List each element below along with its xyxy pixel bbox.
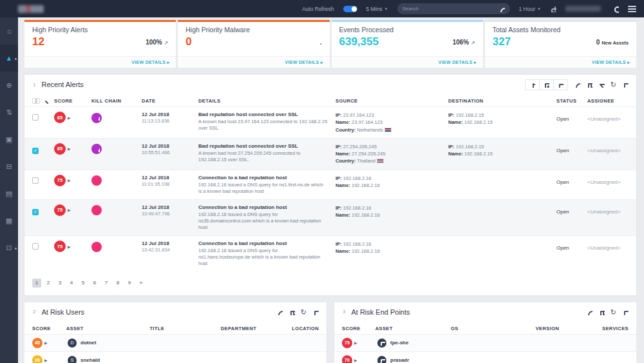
alert-title[interactable]: Connection to a bad reputation host (198, 204, 328, 210)
col-details[interactable]: DETAILS (198, 98, 336, 104)
auto-refresh-toggle[interactable] (343, 6, 357, 12)
refresh-icon[interactable]: ↻ (611, 81, 616, 88)
user-name[interactable]: dotnet (80, 340, 96, 346)
page-button[interactable]: 6 (90, 279, 99, 288)
page-button[interactable]: 9 (125, 279, 134, 288)
row-checkbox[interactable] (32, 177, 39, 184)
page-button[interactable]: 4 (67, 279, 76, 288)
page-button[interactable]: 1 (32, 279, 41, 288)
score-badge[interactable]: 85 (54, 112, 66, 123)
refresh-icon[interactable]: ↻ (301, 309, 307, 315)
endpoint-name[interactable]: tpe-she (390, 340, 408, 346)
view-details-link[interactable]: VIEW DETAILS ▸ (131, 60, 169, 65)
comment-icon[interactable] (554, 80, 567, 90)
lock-icon[interactable] (91, 144, 102, 154)
save-icon[interactable] (598, 309, 605, 315)
page-button[interactable]: 2 (44, 279, 53, 288)
assignee-text[interactable]: <Unassigned> (587, 245, 621, 251)
row-checkbox[interactable] (32, 209, 39, 215)
row-checkbox[interactable] (32, 243, 39, 250)
row-checkbox[interactable] (32, 114, 39, 121)
search-icon[interactable] (276, 309, 283, 315)
save-icon[interactable] (289, 309, 295, 315)
refresh-icon[interactable]: ↻ (611, 309, 616, 315)
alert-title[interactable]: Connection to a bad reputation host (198, 240, 328, 246)
search-icon[interactable] (498, 6, 505, 12)
alert-title[interactable]: Connection to a bad reputation host (198, 175, 328, 181)
sidebar-item-network[interactable]: ⊕ (0, 72, 18, 99)
col-department[interactable]: DEPARTMENT (221, 326, 292, 331)
col-title[interactable]: TITLE (149, 326, 220, 331)
row-checkbox[interactable] (32, 148, 39, 154)
sidebar-item-reports[interactable]: ▤ (0, 180, 18, 207)
sidebar-item-activity[interactable]: ⇅ (0, 99, 18, 126)
col-date[interactable]: DATE (142, 98, 198, 104)
chain-icon[interactable] (91, 205, 102, 215)
col-version[interactable]: VERSION (536, 326, 602, 331)
expand-icon[interactable] (312, 309, 319, 315)
col-score[interactable]: SCORE (32, 326, 66, 331)
sidebar-item-alerts[interactable]: ▲ (0, 44, 18, 72)
refresh-interval-dropdown[interactable]: 5 Mins ▼ (366, 6, 388, 12)
score-badge[interactable]: 75 (54, 204, 66, 216)
search-icon[interactable] (574, 81, 580, 88)
time-range-dropdown[interactable]: 1 Hour ▼ (519, 6, 541, 12)
col-os[interactable]: OS (451, 326, 536, 331)
sidebar-item-endpoints[interactable]: ⊟ (0, 153, 18, 180)
col-assignee[interactable]: ASSIGNEE (587, 98, 629, 104)
page-button[interactable]: 3 (55, 279, 64, 288)
flag-icon[interactable] (526, 80, 540, 90)
user-avatar-icon[interactable] (610, 5, 619, 14)
score-badge[interactable]: 26 (32, 355, 43, 363)
col-destination[interactable]: DESTINATION (448, 98, 556, 104)
col-source[interactable]: SOURCE (336, 98, 448, 104)
expand-icon[interactable] (622, 309, 629, 315)
save-icon[interactable] (586, 81, 592, 88)
page-next-button[interactable]: » (137, 279, 146, 288)
score-badge[interactable]: 75 (54, 240, 66, 252)
col-location[interactable]: LOCATION (292, 326, 319, 331)
calendar-icon[interactable] (550, 6, 556, 12)
col-kill-chain[interactable]: KILL CHAIN (91, 98, 142, 104)
col-asset[interactable]: ASSET (66, 326, 150, 331)
col-score[interactable]: SCORE (342, 326, 375, 331)
search-box[interactable] (397, 3, 510, 14)
score-badge[interactable]: 45 (32, 338, 43, 348)
user-name[interactable]: snehald (80, 357, 100, 363)
sidebar-item-home[interactable]: ⌂ (0, 17, 18, 44)
assignee-text[interactable]: <Unassigned> (587, 179, 621, 185)
score-badge[interactable]: 85 (54, 143, 66, 155)
gear-icon[interactable] (43, 98, 48, 104)
score-badge[interactable]: 70 (342, 355, 352, 363)
alert-title[interactable]: Bad reputation host connected over SSL (198, 112, 328, 117)
assignee-text[interactable]: <Unassigned> (587, 209, 621, 215)
chain-icon[interactable] (91, 242, 102, 252)
search-icon[interactable] (586, 309, 592, 315)
page-button[interactable]: 8 (113, 279, 122, 288)
sidebar-item-media[interactable]: ▣ (0, 126, 18, 153)
chain-icon[interactable] (91, 175, 102, 186)
filter-icon[interactable] (598, 81, 605, 88)
col-status[interactable]: STATUS (556, 98, 587, 104)
expand-icon[interactable] (622, 81, 629, 88)
page-button[interactable]: 5 (79, 279, 88, 288)
view-details-link[interactable]: VIEW DETAILS ▸ (592, 60, 630, 65)
tag-icon[interactable] (540, 80, 554, 90)
sidebar-item-exit[interactable]: ⊡ (0, 234, 18, 261)
menu-icon[interactable] (628, 6, 636, 12)
score-badge[interactable]: 75 (54, 175, 66, 186)
col-asset[interactable]: ASSET (375, 326, 451, 331)
col-score[interactable]: SCORE (54, 98, 91, 104)
score-badge[interactable]: 75 (342, 338, 352, 348)
assignee-text[interactable]: <Unassigned> (587, 116, 621, 122)
page-button[interactable]: 7 (102, 279, 111, 288)
endpoint-name[interactable]: prasadr (390, 357, 409, 363)
view-details-link[interactable]: VIEW DETAILS ▸ (439, 60, 477, 65)
alert-title[interactable]: Bad reputation host connected over SSL (198, 143, 328, 149)
search-input[interactable] (402, 6, 495, 12)
sidebar-item-apps[interactable]: ▦ (0, 207, 18, 234)
col-services[interactable]: SERVICES (602, 326, 629, 331)
lock-icon[interactable] (91, 113, 102, 123)
assignee-text[interactable]: <Unassigned> (587, 148, 621, 153)
view-details-link[interactable]: VIEW DETAILS ▸ (285, 60, 323, 65)
